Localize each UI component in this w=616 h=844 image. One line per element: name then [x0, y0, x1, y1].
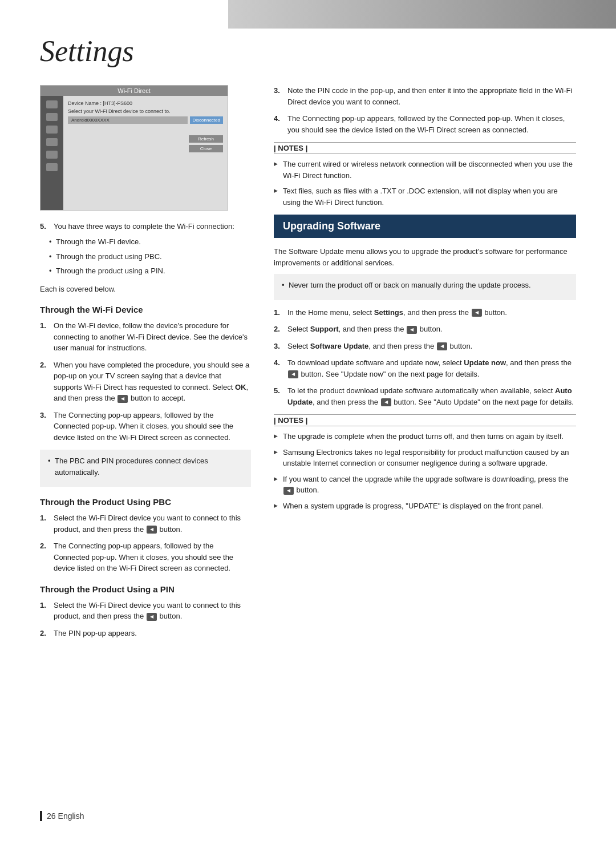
- upgrade-btn-icon-4: [288, 370, 298, 378]
- upgrade-step-1-num: 1.: [274, 307, 283, 318]
- step-5-num: 5.: [40, 222, 49, 231]
- upgrading-software-banner: Upgrading Software: [274, 215, 576, 238]
- wifi-step-1-num: 1.: [40, 320, 49, 354]
- footer-language: English: [58, 811, 84, 821]
- upgrade-btn-icon-2: [407, 326, 417, 334]
- screen-content: Device Name : [HT3]-FS600 Select your Wi…: [63, 96, 228, 210]
- screen-icon-1: [46, 100, 58, 108]
- pbc-pin-note-box: The PBC and PIN procedures connect devic…: [40, 450, 251, 487]
- screen-buttons: Refresh Close: [68, 135, 223, 152]
- bullet-pbc: Through the product using PBC.: [49, 251, 251, 263]
- bottom-note-3: If you want to cancel the upgrade while …: [274, 474, 576, 496]
- upgrade-step-4-text: To download update software and update n…: [287, 357, 576, 379]
- pbc-pin-note: The PBC and PIN procedures connect devic…: [48, 455, 243, 478]
- upgrade-step-3-num: 3.: [274, 341, 283, 352]
- upgrade-warning-text: Never turn the product off or back on ma…: [282, 280, 568, 291]
- screen-select-label: Select your Wi-Fi Direct device to conne…: [68, 108, 223, 114]
- note-box-bullets: The PBC and PIN procedures connect devic…: [48, 455, 243, 478]
- bottom-notes-label: | NOTES |: [274, 414, 576, 426]
- wifi-device-steps: 1. On the Wi-Fi device, follow the devic…: [40, 320, 251, 443]
- pbc-step-2: 2. The Connecting pop-up appears, follow…: [40, 540, 251, 574]
- bottom-note-1: The upgrade is complete when the product…: [274, 431, 576, 442]
- pin-continued-steps: 3. Note the PIN code in the pop-up, and …: [274, 85, 576, 135]
- top-note-2: Text files, such as files with a .TXT or…: [274, 185, 576, 208]
- right-column: 3. Note the PIN code in the pop-up, and …: [274, 85, 576, 645]
- screen-icon-5: [46, 151, 58, 159]
- pin-btn-icon-1: [147, 613, 157, 621]
- wifi-device-heading: Through the Wi-Fi Device: [40, 305, 251, 314]
- upgrade-warning-box: Never turn the product off or back on ma…: [274, 274, 576, 300]
- upgrade-step-2-text: Select Support, and then press the butto…: [287, 324, 442, 335]
- wifi-step-2: 2. When you have completed the procedure…: [40, 360, 251, 404]
- each-covered: Each is covered below.: [40, 284, 251, 295]
- screen-icon-3: [46, 126, 58, 134]
- bottom-note-2: Samsung Electronics takes no legal respo…: [274, 447, 576, 469]
- upgrade-step-4: 4. To download update software and updat…: [274, 357, 576, 379]
- top-note-1: The current wired or wireless network co…: [274, 159, 576, 181]
- pin-step-3: 3. Note the PIN code in the pop-up, and …: [274, 85, 576, 107]
- step-5-intro: 5. You have three ways to complete the W…: [40, 222, 251, 231]
- screen-refresh-btn: Refresh: [189, 135, 223, 143]
- screen-device-name: Android0000XXXX: [68, 116, 188, 124]
- pbc-step-2-num: 2.: [40, 540, 49, 574]
- pin-step-4: 4. The Connecting pop-up appears, follow…: [274, 113, 576, 135]
- screen-device-name-label: Device Name : [HT3]-FS600: [68, 100, 223, 106]
- page-footer: 26 English: [40, 811, 84, 821]
- footer-bar: [40, 811, 42, 821]
- upgrading-intro: The Software Update menu allows you to u…: [274, 246, 576, 268]
- pbc-step-2-text: The Connecting pop-up appears, followed …: [54, 540, 251, 574]
- pbc-btn-icon-1: [147, 526, 157, 534]
- pin-step-2: 2. The PIN pop-up appears.: [40, 628, 251, 639]
- connection-bullets: Through the Wi-Fi device. Through the pr…: [49, 236, 251, 277]
- wifi-step-1: 1. On the Wi-Fi device, follow the devic…: [40, 320, 251, 354]
- upgrade-step-2-num: 2.: [274, 324, 283, 335]
- upgrade-step-1-text: In the Home menu, select Settings, and t…: [287, 307, 507, 318]
- page: Settings Wi-Fi Direct: [0, 0, 616, 844]
- top-notes-label: | NOTES |: [274, 142, 576, 154]
- pin-step-3-text: Note the PIN code in the pop-up, and the…: [287, 85, 576, 107]
- pbc-step-1-text: Select the Wi-Fi Direct device you want …: [54, 512, 251, 535]
- header-bar: [228, 0, 616, 29]
- wifi-step-1-text: On the Wi-Fi device, follow the device's…: [54, 320, 251, 354]
- screen-icon-2: [46, 113, 58, 121]
- upgrade-step-3-text: Select Software Update, and then press t…: [287, 341, 472, 352]
- pin-step-1: 1. Select the Wi-Fi Direct device you wa…: [40, 600, 251, 622]
- pin-step-2-text: The PIN pop-up appears.: [54, 628, 137, 639]
- bottom-notes-section: | NOTES | The upgrade is complete when t…: [274, 414, 576, 511]
- upgrade-step-4-num: 4.: [274, 357, 283, 379]
- screen-status: Disconnected: [190, 116, 223, 124]
- wifi-step-2-text: When you have completed the procedure, y…: [54, 360, 251, 404]
- pin-step-3-num: 3.: [274, 85, 283, 107]
- screen-icon-6: [46, 163, 58, 171]
- screen-title: Wi-Fi Direct: [40, 86, 228, 96]
- upgrade-step-5-text: To let the product download update softw…: [287, 385, 576, 407]
- page-title: Settings: [40, 34, 576, 68]
- wifi-step-3: 3. The Connecting pop-up appears, follow…: [40, 410, 251, 443]
- upgrade-warning-bullets: Never turn the product off or back on ma…: [282, 280, 568, 291]
- pbc-step-1-num: 1.: [40, 512, 49, 535]
- pin-step-1-num: 1.: [40, 600, 49, 622]
- upgrade-btn-icon-5: [381, 398, 391, 406]
- pbc-steps: 1. Select the Wi-Fi Direct device you wa…: [40, 512, 251, 574]
- main-content: Wi-Fi Direct Device Name : [HT3]-FS600: [40, 85, 576, 645]
- upgrade-btn-icon-1: [472, 309, 482, 317]
- screen-close-btn: Close: [189, 145, 223, 152]
- upgrade-step-5-num: 5.: [274, 385, 283, 407]
- top-notes-list: The current wired or wireless network co…: [274, 159, 576, 208]
- bullet-wifi-device: Through the Wi-Fi device.: [49, 236, 251, 248]
- pin-heading: Through the Product Using a PIN: [40, 584, 251, 594]
- wifi-step-3-text: The Connecting pop-up appears, followed …: [54, 410, 251, 443]
- left-column: Wi-Fi Direct Device Name : [HT3]-FS600: [40, 85, 251, 645]
- bottom-notes-list: The upgrade is complete when the product…: [274, 431, 576, 511]
- pin-step-2-num: 2.: [40, 628, 49, 639]
- pbc-step-1: 1. Select the Wi-Fi Direct device you wa…: [40, 512, 251, 535]
- upgrade-steps: 1. In the Home menu, select Settings, an…: [274, 307, 576, 408]
- upgrade-step-1: 1. In the Home menu, select Settings, an…: [274, 307, 576, 318]
- screen-icon-4: [46, 138, 58, 146]
- upgrade-step-5: 5. To let the product download update so…: [274, 385, 576, 407]
- cancel-btn-icon: [283, 487, 294, 495]
- wifi-step-3-num: 3.: [40, 410, 49, 443]
- wifi-step-2-num: 2.: [40, 360, 49, 404]
- screen-device-row: Android0000XXXX Disconnected: [68, 116, 223, 124]
- page-number: 26: [47, 811, 56, 821]
